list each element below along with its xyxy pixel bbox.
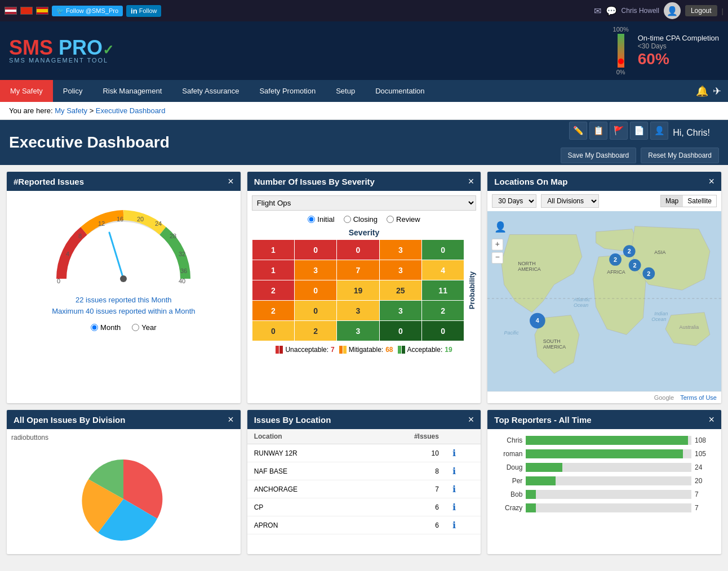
info-button[interactable]: ℹ [452, 520, 456, 530]
flag-icon-btn[interactable]: 🚩 [610, 122, 628, 140]
notification-icon[interactable]: 💬 [606, 6, 617, 16]
cell-2-3: 7 [337, 260, 379, 280]
reporter-name: roman [494, 450, 522, 458]
map-container: Atlantic Ocean Pacific Indian Ocean NORT… [487, 211, 721, 391]
location-info[interactable]: ℹ [446, 516, 481, 534]
cpa-bar-wrapper [618, 34, 624, 68]
flag-cn[interactable] [20, 7, 33, 15]
location-info[interactable]: ℹ [446, 498, 481, 516]
location-count: 8 [366, 462, 446, 480]
gauge-radio: Month Year [91, 323, 156, 332]
location-table: Location #Issues RUNWAY 12R 10 ℹ NAF BAS… [247, 429, 481, 534]
cell-3-4: 25 [379, 280, 421, 301]
location-count: 6 [366, 516, 446, 534]
info-button[interactable]: ℹ [452, 466, 456, 476]
severity-close[interactable]: × [468, 176, 474, 186]
divisions-title: All Open Issues By Division [14, 415, 125, 425]
list-icon-btn[interactable]: 📄 [630, 122, 648, 140]
radio-closing[interactable]: Closing [344, 215, 378, 224]
dashboard-title: Executive Dashboard [9, 133, 561, 151]
gauge-count: 22 issues reported this Month [52, 295, 195, 306]
reporter-name: Doug [494, 463, 522, 471]
radio-review-label: Review [396, 215, 420, 224]
table-row: 0 2 3 0 0 [252, 321, 464, 341]
nav-item-mysafety[interactable]: My Safety [0, 80, 53, 102]
breadcrumb-link2[interactable]: Executive Dashboard [96, 106, 166, 115]
legend-mitigatable: Mitigatable: 68 [339, 346, 393, 354]
severity-body: Flight Ops Maintenance Ground Ops Cabin … [247, 191, 481, 358]
save-dashboard-button[interactable]: Save My Dashboard [561, 148, 637, 163]
reporters-close[interactable]: × [708, 414, 714, 425]
reported-issues-header: #Reported Issues × [7, 172, 241, 191]
top-bar-left: 🐦 Follow @SMS_Pro in Follow [5, 5, 161, 17]
cpa-pct-bot: 0% [616, 69, 625, 75]
radio-review[interactable]: Review [387, 215, 420, 224]
location-info[interactable]: ℹ [446, 444, 481, 462]
severity-label: Severity [252, 228, 477, 237]
flag-es[interactable] [36, 7, 48, 15]
info-button[interactable]: ℹ [452, 502, 456, 512]
radio-month[interactable]: Month [91, 323, 121, 332]
location-name: APRON [247, 516, 366, 534]
terms-label[interactable]: Terms of Use [680, 394, 717, 401]
map-btn[interactable]: Map [661, 195, 683, 207]
nav-item-documentation[interactable]: Documentation [365, 80, 434, 102]
nav-item-safetyassurance[interactable]: Safety Assurance [172, 80, 249, 102]
radio-year[interactable]: Year [132, 323, 156, 332]
severity-title: Number Of Issues By Severity [254, 177, 375, 186]
dash-actions: Save My Dashboard Reset My Dashboard [561, 148, 719, 163]
location-count: 7 [366, 480, 446, 498]
legend-mitigatable-color [339, 346, 347, 354]
reported-issues-close[interactable]: × [228, 176, 234, 186]
svg-text:4: 4 [66, 251, 69, 257]
copy-icon-btn[interactable]: 📋 [589, 122, 607, 140]
location-info[interactable]: ℹ [446, 462, 481, 480]
reset-dashboard-button[interactable]: Reset My Dashboard [641, 148, 719, 163]
reporter-count: 24 [695, 463, 714, 471]
svg-text:Ocean: Ocean [652, 316, 667, 322]
svg-text:−: − [495, 252, 500, 261]
plane-icon[interactable]: ✈ [713, 85, 721, 97]
legend-bar-green2 [402, 346, 405, 354]
bell-icon[interactable]: 🔔 [696, 85, 708, 97]
cell-5-1: 0 [252, 321, 294, 341]
severity-dropdown[interactable]: Flight Ops Maintenance Ground Ops Cabin [252, 195, 477, 211]
linkedin-follow-button[interactable]: in Follow [126, 5, 161, 17]
gauge-svg: 0 4 8 12 16 20 24 28 32 36 40 [50, 200, 197, 290]
satellite-btn[interactable]: Satellite [683, 195, 716, 207]
mail-icon[interactable]: ✉ [594, 6, 601, 16]
table-row: 1 3 7 3 4 [252, 260, 464, 280]
map-svg: Atlantic Ocean Pacific Indian Ocean NORT… [487, 211, 721, 391]
user-icon-btn[interactable]: 👤 [650, 122, 668, 140]
legend-bar-green1 [398, 346, 401, 354]
nav-item-setup[interactable]: Setup [326, 80, 365, 102]
nav-item-policy[interactable]: Policy [53, 80, 93, 102]
nav-item-riskmanagement[interactable]: Risk Management [92, 80, 172, 102]
breadcrumb-link1[interactable]: My Safety [55, 106, 87, 115]
divisions-close[interactable]: × [228, 414, 234, 425]
location-body: Location #Issues RUNWAY 12R 10 ℹ NAF BAS… [247, 429, 481, 534]
top-bar-right: ✉ 💬 Chris Howell 👤 Logout | [594, 2, 723, 19]
radio-initial[interactable]: Initial [308, 215, 334, 224]
legend-bar-yellow1 [343, 346, 347, 354]
logo-check: ✓ [103, 42, 114, 57]
cpa-section: 100% 0% On-time CPA Completion <30 Days … [613, 26, 719, 75]
reporters-body: Chris 108 roman 105 Doug 24 Per 20 Bob 7… [487, 429, 721, 524]
user-name-link[interactable]: Chris Howell [622, 7, 659, 15]
col-location: Location [247, 429, 366, 444]
map-close[interactable]: × [708, 176, 714, 186]
svg-text:ASIA: ASIA [655, 249, 666, 255]
nav-item-safetypromotion[interactable]: Safety Promotion [249, 80, 326, 102]
flag-us[interactable] [5, 7, 17, 15]
info-button[interactable]: ℹ [452, 448, 456, 458]
location-close[interactable]: × [468, 414, 474, 425]
logout-button[interactable]: Logout [685, 5, 717, 16]
location-info[interactable]: ℹ [446, 480, 481, 498]
info-button[interactable]: ℹ [452, 484, 456, 494]
legend-unacceptable-val: 7 [331, 346, 335, 354]
map-days-select[interactable]: 30 Days 60 Days 90 Days [492, 194, 536, 208]
severity-radios: Initial Closing Review [252, 215, 477, 224]
edit-icon-btn[interactable]: ✏️ [569, 122, 587, 140]
map-division-select[interactable]: All Divisions Flight Ops Maintenance [541, 194, 599, 208]
twitter-follow-button[interactable]: 🐦 Follow @SMS_Pro [52, 6, 123, 16]
